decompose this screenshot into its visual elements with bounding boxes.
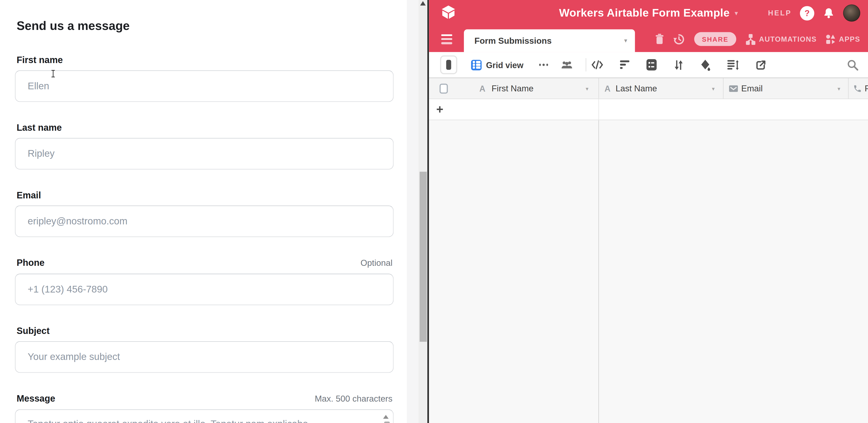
grid-view-icon [471, 60, 482, 70]
automations-icon [746, 34, 755, 44]
apps-button[interactable]: APPS [826, 34, 860, 44]
column-header-first-name[interactable]: A First Name ▾ [429, 78, 598, 98]
tab-form-submissions[interactable]: Form Submissions ▾ [464, 29, 635, 52]
message-label: Message [17, 393, 55, 404]
help-button[interactable]: HELP [768, 9, 792, 17]
chevron-down-icon: ▾ [735, 9, 738, 17]
column-name: Email [741, 83, 763, 93]
collaborators-icon[interactable] [561, 60, 572, 69]
chevron-down-icon[interactable]: ▾ [624, 37, 627, 44]
last-name-field: Last name [15, 122, 394, 170]
message-maxlength-hint: Max. 500 characters [315, 393, 392, 404]
history-icon[interactable] [673, 33, 685, 45]
apps-icon [826, 34, 836, 44]
share-view-icon[interactable] [756, 60, 766, 70]
view-options-icon[interactable] [539, 64, 548, 66]
window-divider [427, 0, 429, 423]
form-title: Send us a message [17, 19, 394, 33]
base-title-text: Workers Airtable Form Example [559, 7, 730, 19]
filter-icon[interactable] [620, 60, 629, 69]
automations-button[interactable]: AUTOMATIONS [746, 34, 817, 44]
grid-header-row: A First Name ▾ A Last Name ▾ Email [429, 78, 868, 99]
automations-label: AUTOMATIONS [759, 35, 817, 43]
bell-icon[interactable] [823, 7, 835, 19]
contact-form-panel: Send us a message First name Last name E… [0, 0, 407, 423]
menu-icon[interactable] [441, 34, 452, 44]
phone-label: Phone [17, 257, 44, 268]
last-name-label: Last name [17, 122, 62, 133]
group-icon[interactable] [646, 59, 657, 71]
chevron-down-icon[interactable]: ▾ [712, 85, 715, 91]
add-record-row[interactable]: + [429, 99, 868, 120]
share-button[interactable]: SHARE [694, 32, 736, 46]
first-name-label: First name [17, 54, 63, 65]
chevron-down-icon[interactable]: ▾ [586, 85, 588, 91]
hide-fields-icon[interactable] [591, 60, 603, 69]
phone-optional-hint: Optional [361, 258, 393, 269]
contact-form: Send us a message First name Last name E… [15, 0, 394, 423]
row-height-icon[interactable] [727, 60, 739, 70]
text-field-type-icon: A [604, 84, 611, 93]
page-gutter [407, 0, 418, 423]
phone-input[interactable] [15, 274, 394, 305]
view-name[interactable]: Grid view [486, 60, 524, 69]
message-text: Tenetur optio quaerat expedita vero et i… [28, 417, 368, 423]
chevron-down-icon[interactable]: ▾ [838, 85, 840, 91]
frozen-column-divider [598, 99, 599, 120]
grid-canvas[interactable] [429, 120, 868, 423]
avatar[interactable] [843, 4, 860, 22]
subject-input[interactable] [15, 341, 394, 373]
email-field-type-icon [729, 85, 738, 92]
table-tab-label: Form Submissions [474, 36, 552, 46]
sidebar-toggle-icon [446, 60, 451, 70]
phone-field-type-icon [853, 84, 862, 93]
toolbar-divider [586, 58, 586, 71]
airtable-panel: Workers Airtable Form Example ▾ HELP ? F… [429, 0, 868, 423]
phone-field: Phone Optional [15, 257, 394, 305]
question-icon[interactable]: ? [800, 6, 814, 20]
column-name: Last Name [616, 83, 657, 93]
column-name: First Name [492, 83, 533, 93]
screen: Send us a message First name Last name E… [0, 0, 868, 423]
text-cursor-icon [51, 70, 55, 78]
message-scrollbar-thumb[interactable] [384, 422, 390, 423]
search-icon[interactable] [847, 59, 859, 71]
page-scrollbar-thumb[interactable] [419, 172, 426, 342]
airtable-top-bars: Workers Airtable Form Example ▾ HELP ? F… [429, 0, 868, 52]
email-input[interactable] [15, 206, 394, 237]
page-scrollbar[interactable] [418, 0, 428, 423]
message-textarea[interactable]: Tenetur optio quaerat expedita vero et i… [15, 410, 394, 423]
subject-field: Subject [15, 325, 394, 373]
add-record-plus-icon[interactable]: + [436, 103, 443, 116]
column-header-phone[interactable]: Phone [848, 78, 868, 98]
message-scroll-up-icon[interactable] [383, 415, 389, 419]
subject-label: Subject [17, 325, 50, 336]
last-name-input[interactable] [15, 138, 394, 170]
apps-label: APPS [839, 35, 860, 43]
tabbar-right-cluster: SHARE AUTOMATIONS [655, 26, 860, 52]
sort-icon[interactable] [674, 60, 684, 70]
frozen-column-divider [598, 120, 599, 423]
column-header-last-name[interactable]: A Last Name ▾ [598, 78, 723, 98]
topbar-right-cluster: HELP ? [768, 0, 860, 26]
scrollbar-up-arrow-icon[interactable] [420, 1, 426, 5]
view-toolbar: Grid view [429, 52, 868, 78]
view-sidebar-toggle-button[interactable] [440, 56, 457, 74]
color-icon[interactable] [700, 59, 711, 71]
first-name-field: First name [15, 54, 394, 102]
message-field: Message Max. 500 characters Tenetur opti… [15, 393, 394, 423]
first-name-input[interactable] [15, 70, 394, 102]
email-field: Email [15, 189, 394, 237]
trash-icon[interactable] [655, 34, 664, 44]
column-name: Phone [865, 83, 868, 93]
text-field-type-icon: A [479, 84, 485, 93]
column-header-email[interactable]: Email ▾ [723, 78, 848, 98]
email-label: Email [17, 189, 41, 201]
